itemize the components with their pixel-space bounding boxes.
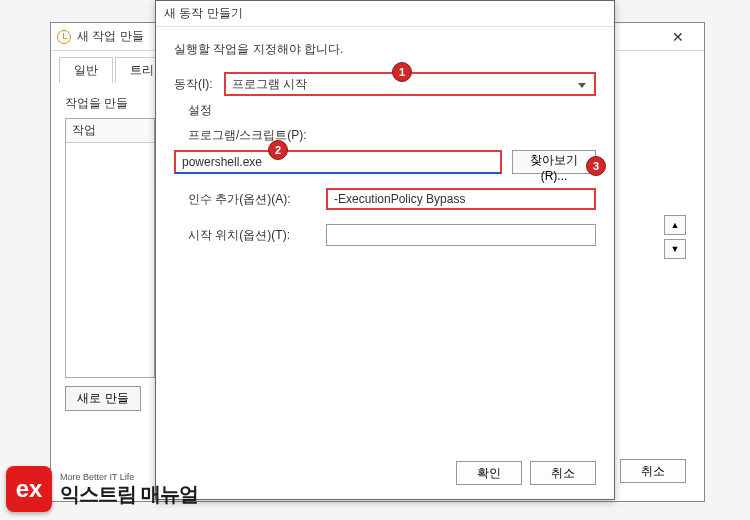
inner-instruction: 실행할 작업을 지정해야 합니다.: [174, 41, 596, 58]
clock-icon: [57, 30, 71, 44]
action-value: 프로그램 시작: [232, 76, 307, 93]
logo-mark: ex: [6, 466, 52, 512]
footer-logo: ex More Better IT Life 익스트림 매뉴얼: [6, 466, 198, 512]
cancel-button[interactable]: 취소: [530, 461, 596, 485]
action-row: 동작(I): 프로그램 시작 1: [174, 72, 596, 96]
startin-row: 시작 위치(옵션)(T):: [174, 224, 596, 246]
action-label: 동작(I):: [174, 76, 224, 93]
inner-body: 실행할 작업을 지정해야 합니다. 동작(I): 프로그램 시작 1 설정 프로…: [156, 27, 614, 260]
order-spinner: ▲ ▼: [664, 215, 686, 259]
logo-tagline: More Better IT Life: [60, 473, 198, 483]
browse-button[interactable]: 찾아보기(R)...: [512, 150, 596, 174]
ok-button[interactable]: 확인: [456, 461, 522, 485]
inner-titlebar: 새 동작 만들기: [156, 1, 614, 27]
tab-general[interactable]: 일반: [59, 57, 113, 83]
startin-label: 시작 위치(옵션)(T):: [188, 227, 318, 244]
program-row: 찾아보기(R)... 2 3: [174, 150, 596, 174]
move-down-button[interactable]: ▼: [664, 239, 686, 259]
startin-input[interactable]: [326, 224, 596, 246]
badge-3: 3: [586, 156, 606, 176]
new-action-dialog: 새 동작 만들기 실행할 작업을 지정해야 합니다. 동작(I): 프로그램 시…: [155, 0, 615, 500]
args-input[interactable]: [326, 188, 596, 210]
logo-title: 익스트림 매뉴얼: [60, 483, 198, 505]
outer-title: 새 작업 만들: [77, 28, 144, 45]
args-label: 인수 추가(옵션)(A):: [188, 191, 318, 208]
settings-label: 설정: [188, 102, 596, 119]
inner-title: 새 동작 만들기: [164, 5, 243, 22]
list-header: 작업: [66, 119, 154, 143]
badge-2: 2: [268, 140, 288, 160]
program-label: 프로그램/스크립트(P):: [188, 127, 596, 144]
move-up-button[interactable]: ▲: [664, 215, 686, 235]
inner-buttons: 확인 취소: [456, 461, 596, 485]
actions-listbox[interactable]: 작업: [65, 118, 155, 378]
outer-cancel-button[interactable]: 취소: [620, 459, 686, 483]
args-row: 인수 추가(옵션)(A):: [174, 188, 596, 210]
badge-1: 1: [392, 62, 412, 82]
close-icon[interactable]: ✕: [658, 24, 698, 50]
new-button[interactable]: 새로 만들: [65, 386, 141, 411]
logo-text: More Better IT Life 익스트림 매뉴얼: [60, 473, 198, 505]
program-input[interactable]: [174, 150, 502, 174]
